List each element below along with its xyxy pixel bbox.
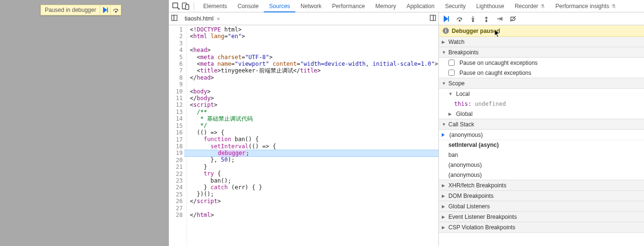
svg-rect-9 [448, 16, 449, 21]
callstack-frame[interactable]: ban [439, 150, 644, 160]
dom-label: DOM Breakpoints [448, 193, 494, 199]
bp-caught-row[interactable]: Pause on caught exceptions [439, 68, 644, 78]
separator [194, 2, 194, 10]
svg-rect-8 [433, 15, 436, 20]
callstack-async-label: setInterval (async) [439, 140, 644, 150]
page-background: Paused in debugger [0, 0, 169, 246]
section-csp[interactable]: ▶CSP Violation Breakpoints [439, 222, 644, 233]
chevron-right-icon: ▶ [442, 194, 447, 198]
scope-this-val: undefined [475, 101, 506, 107]
sources-column: tiaoshi.html × 1234567891011121314151617… [169, 12, 439, 246]
tab-performance[interactable]: Performance [327, 0, 370, 12]
svg-rect-7 [430, 15, 434, 20]
tab-recorder[interactable]: Recorder [509, 0, 550, 12]
resume-button[interactable] [100, 5, 110, 15]
chevron-down-icon: ▼ [442, 122, 447, 127]
scope-global-label: Global [456, 111, 473, 117]
tab-security[interactable]: Security [440, 0, 471, 12]
svg-rect-13 [501, 17, 502, 20]
tab-elements[interactable]: Elements [198, 0, 232, 12]
line-gutter: 1234567891011121314151617181920212223242… [169, 25, 187, 246]
callstack-frame[interactable]: (anonymous) [439, 170, 644, 180]
cs-label: (anonymous) [448, 172, 482, 178]
svg-rect-0 [107, 8, 108, 13]
svg-point-11 [472, 20, 474, 21]
scope-global[interactable]: ▶ Global [439, 109, 644, 119]
svg-rect-2 [173, 3, 177, 8]
section-breakpoints[interactable]: ▼ Breakpoints [439, 47, 644, 58]
step-over-button[interactable] [110, 5, 121, 15]
source-tabbar: tiaoshi.html × [169, 12, 438, 25]
deactivate-breakpoints-icon[interactable] [509, 14, 517, 23]
devtools-tabs: Elements Console Sources Network Perform… [198, 0, 621, 12]
step-icon[interactable] [495, 14, 504, 23]
bp-uncaught-label: Pause on uncaught exceptions [459, 60, 538, 66]
code-area[interactable]: <!DOCTYPE html><html lang="en"><head> <m… [187, 25, 438, 246]
chevron-right-icon: ▶ [448, 112, 453, 116]
more-icon[interactable] [429, 14, 436, 23]
step-into-icon[interactable] [468, 14, 477, 23]
devtools-body: tiaoshi.html × 1234567891011121314151617… [169, 12, 644, 246]
source-tab-file[interactable]: tiaoshi.html × [181, 12, 224, 25]
section-watch[interactable]: ▶ Watch [439, 37, 644, 47]
bp-uncaught-row[interactable]: Pause on uncaught exceptions [439, 58, 644, 68]
svg-rect-4 [186, 4, 189, 9]
chevron-right-icon: ▶ [442, 225, 447, 230]
section-evt[interactable]: ▶Event Listener Breakpoints [439, 212, 644, 222]
svg-rect-6 [174, 15, 177, 20]
evt-label: Event Listener Breakpoints [448, 214, 517, 220]
cs-label: (anonymous) [449, 132, 483, 138]
bp-caught-label: Pause on caught exceptions [459, 70, 531, 76]
tab-network[interactable]: Network [295, 0, 327, 12]
svg-point-10 [459, 20, 460, 21]
tab-lighthouse[interactable]: Lighthouse [471, 0, 509, 12]
xhr-label: XHR/fetch Breakpoints [448, 182, 506, 189]
source-tab-label: tiaoshi.html [185, 15, 214, 22]
bp-caught-checkbox[interactable] [448, 70, 455, 76]
watch-label: Watch [448, 39, 465, 45]
cs-label: (anonymous) [448, 162, 482, 168]
chevron-right-icon: ▶ [442, 40, 447, 44]
inspect-icon[interactable] [172, 2, 180, 10]
tab-console[interactable]: Console [232, 0, 264, 12]
debugger-paused-banner: i Debugger paused [439, 25, 644, 37]
chevron-right-icon: ▶ [442, 204, 447, 209]
breakpoints-label: Breakpoints [448, 49, 478, 56]
bp-uncaught-checkbox[interactable] [448, 60, 455, 66]
tab-memory[interactable]: Memory [370, 0, 401, 12]
device-icon[interactable] [181, 2, 190, 10]
callstack-frame-active[interactable]: (anonymous) [439, 130, 644, 140]
cs-label: ban [448, 152, 458, 158]
resume-icon[interactable] [442, 14, 450, 23]
section-gl[interactable]: ▶Global Listeners [439, 201, 644, 212]
svg-point-1 [115, 11, 117, 12]
debugger-sections: ▶ Watch ▼ Breakpoints Pause on uncaught … [439, 37, 644, 246]
section-xhr[interactable]: ▶XHR/fetch Breakpoints [439, 180, 644, 191]
callstack-label: Call Stack [448, 121, 474, 128]
paused-overlay: Paused in debugger [41, 5, 121, 15]
code-editor[interactable]: 1234567891011121314151617181920212223242… [169, 25, 438, 246]
debugger-panel: i Debugger paused ▶ Watch ▼ Breakpoints [439, 12, 644, 246]
chevron-down-icon: ▼ [442, 50, 447, 55]
gl-label: Global Listeners [448, 203, 490, 210]
close-icon[interactable]: × [217, 15, 220, 22]
section-callstack[interactable]: ▼ Call Stack [439, 119, 644, 130]
cs-async-text: setInterval (async) [448, 142, 499, 148]
step-out-icon[interactable] [482, 14, 490, 23]
chevron-down-icon: ▼ [448, 92, 453, 96]
callstack-frame[interactable]: (anonymous) [439, 160, 644, 170]
navigator-icon[interactable] [171, 14, 178, 23]
tab-performance-insights[interactable]: Performance insights [550, 0, 621, 12]
banner-text: Debugger paused [452, 28, 500, 34]
scope-local[interactable]: ▼ Local [439, 89, 644, 99]
tab-application[interactable]: Application [401, 0, 440, 12]
section-dom[interactable]: ▶DOM Breakpoints [439, 191, 644, 201]
step-over-icon[interactable] [455, 14, 464, 23]
info-icon: i [443, 28, 449, 34]
section-scope[interactable]: ▼ Scope [439, 78, 644, 89]
csp-label: CSP Violation Breakpoints [448, 224, 515, 231]
tab-sources[interactable]: Sources [264, 0, 295, 12]
scope-local-label: Local [456, 91, 470, 97]
devtools-panel: Elements Console Sources Network Perform… [169, 0, 644, 246]
devtools-toolbar: Elements Console Sources Network Perform… [169, 0, 644, 12]
